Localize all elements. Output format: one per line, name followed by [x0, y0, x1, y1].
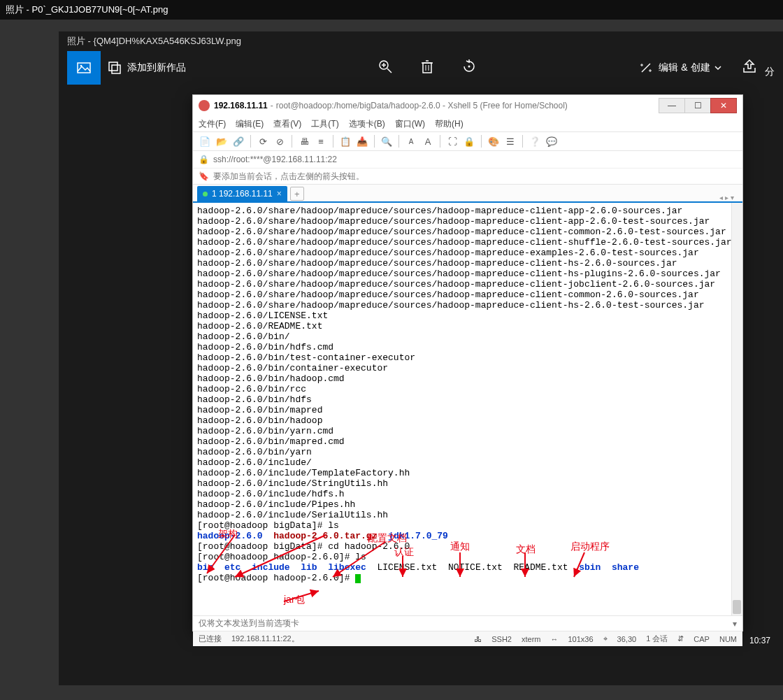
xshell-titlebar[interactable]: 192.168.11.11 - root@hoadoop:/home/bigDa… [193, 95, 742, 116]
address-text: ssh://root:****@192.168.11.11:22 [213, 155, 337, 164]
image-icon [76, 59, 92, 76]
status-term: xterm [522, 635, 541, 643]
inner-window-title: 照片 - {QM4]DH%KAX5A546KSJ63LW.png [67, 35, 241, 48]
send-bar-toggle-icon[interactable]: ▾ [733, 619, 737, 629]
delete-button[interactable] [419, 58, 436, 78]
tab-scroll-arrows[interactable]: ◂ ▸ ▾ [715, 194, 738, 201]
rotate-button[interactable] [461, 58, 477, 78]
quickconnect-hint-text: 要添加当前会话，点击左侧的箭头按钮。 [213, 171, 364, 183]
share-label: 分 [765, 66, 775, 77]
xshell-window: 192.168.11.11 - root@hoadoop:/home/bigDa… [192, 94, 743, 631]
status-pos-icon: ⌖ [603, 634, 608, 643]
inner-window-titlebar: 照片 - {QM4]DH%KAX5A546KSJ63LW.png [59, 31, 783, 51]
xshell-title-ip: 192.168.11.11 [214, 101, 268, 110]
font-inc-icon[interactable]: A [422, 135, 434, 148]
trash-icon [419, 58, 436, 75]
outer-window-title: 照片 - P0`_GKJ1JOB77UN9[~0[~AT.png [6, 3, 168, 16]
menu-tools[interactable]: 工具(T) [311, 118, 338, 130]
svg-point-13 [468, 66, 470, 68]
session-tab-1[interactable]: 1 192.168.11.11 × [197, 186, 287, 201]
fullscreen-icon[interactable]: ⛶ [446, 135, 459, 148]
svg-rect-2 [109, 62, 117, 71]
status-pos: 36,30 [617, 635, 637, 643]
connect-icon[interactable]: 🔗 [232, 135, 245, 148]
xshell-menubar: 文件(F) 编辑(E) 查看(V) 工具(T) 选项卡(B) 窗口(W) 帮助(… [193, 116, 742, 131]
status-conn: 已连接 [199, 634, 222, 644]
svg-line-5 [387, 69, 392, 73]
terminal-output: hadoop-2.6.0/share/hadoop/mapreduce/sour… [197, 206, 738, 583]
new-tab-button[interactable]: + [290, 187, 304, 201]
add-to-creation-button[interactable]: 添加到新作品 [101, 51, 192, 85]
find-icon[interactable]: 🔍 [380, 135, 393, 148]
new-session-icon[interactable]: 📄 [199, 135, 211, 148]
xshell-title-rest: - [271, 101, 273, 110]
status-size: 101x36 [568, 635, 594, 643]
magic-wand-icon [638, 59, 654, 76]
ssh-lock-icon: 🔒 [199, 155, 209, 164]
status-ssh-icon: 🖧 [474, 635, 482, 643]
annotation-jar: jar包 [284, 594, 305, 605]
session-tab-label: 1 192.168.11.11 [212, 189, 273, 199]
status-ssh: SSH2 [491, 635, 512, 643]
lock-icon[interactable]: 🔒 [463, 135, 475, 148]
svg-rect-3 [112, 65, 120, 73]
print-icon[interactable]: 🖶 [298, 135, 310, 148]
help-icon[interactable]: ❔ [529, 135, 541, 148]
xshell-app-icon [199, 100, 210, 111]
share-icon [741, 58, 758, 75]
add-to-creation-label: 添加到新作品 [127, 62, 186, 74]
maximize-button[interactable]: ☐ [684, 98, 711, 113]
magnifier-icon [377, 58, 394, 75]
send-bar[interactable]: 仅将文本发送到当前选项卡 ▾ [193, 615, 742, 631]
menu-help[interactable]: 帮助(H) [435, 118, 464, 130]
tab-close-icon[interactable]: × [277, 189, 282, 199]
share-button[interactable]: 分 [741, 58, 775, 78]
minimize-button[interactable]: — [659, 98, 685, 113]
rotate-icon [461, 58, 477, 75]
terminal-pane[interactable]: hadoop-2.6.0/share/hadoop/mapreduce/sour… [193, 203, 742, 615]
zoom-button[interactable] [377, 58, 394, 78]
bookmark-icon[interactable]: 🔖 [199, 171, 209, 181]
scrollbar-thumb[interactable] [733, 600, 741, 614]
open-icon[interactable]: 📂 [215, 135, 228, 148]
reconnect-icon[interactable]: ⟳ [257, 135, 269, 148]
view-photo-button[interactable] [67, 51, 101, 85]
svg-point-1 [80, 65, 82, 67]
status-scroll-icon: ⇵ [677, 634, 684, 643]
quickconnect-hint: 🔖 要添加当前会话，点击左侧的箭头按钮。 [193, 168, 742, 185]
menu-view[interactable]: 查看(V) [273, 118, 301, 130]
statusbar: 已连接 192.168.11.11:22。 🖧 SSH2 xterm ↔ 101… [193, 631, 742, 646]
disconnect-icon[interactable]: ⊘ [273, 135, 286, 148]
status-num: NUM [719, 635, 737, 643]
tab-status-dot-icon [203, 192, 208, 197]
menu-tab[interactable]: 选项卡(B) [349, 118, 385, 130]
status-cap: CAP [694, 635, 710, 643]
taskbar-clock: 10:37 [749, 636, 770, 645]
copy-icon[interactable]: 📋 [339, 135, 352, 148]
status-size-icon: ↔ [551, 635, 559, 643]
status-sess: 1 会话 [646, 634, 668, 644]
outer-window-titlebar: 照片 - P0`_GKJ1JOB77UN9[~0[~AT.png [0, 0, 783, 20]
session-tabbar: 1 192.168.11.11 × + ◂ ▸ ▾ [193, 185, 742, 203]
terminal-scrollbar[interactable] [731, 203, 742, 615]
xshell-title-path: root@hoadoop:/home/bigData/hadoop-2.6.0 … [276, 101, 568, 110]
edit-create-button[interactable]: 编辑 & 创建 [638, 59, 721, 76]
xshell-toolbar: 📄 📂 🔗 ⟳ ⊘ 🖶 ≡ 📋 📥 🔍 A A ⛶ 🔒 🎨 ☰ ❔ 💬 [193, 131, 742, 151]
edit-create-label: 编辑 & 创建 [659, 62, 710, 74]
menu-edit[interactable]: 编辑(E) [236, 118, 264, 130]
address-bar[interactable]: 🔒 ssh://root:****@192.168.11.11:22 [193, 151, 742, 168]
paste-icon[interactable]: 📥 [356, 135, 368, 148]
menu-file[interactable]: 文件(F) [199, 118, 226, 130]
add-to-icon [106, 59, 123, 76]
svg-line-26 [284, 591, 319, 601]
font-dec-icon[interactable]: A [405, 135, 417, 148]
tunnel-icon[interactable]: ☰ [504, 135, 517, 148]
close-button[interactable]: ✕ [710, 98, 737, 113]
menu-window[interactable]: 窗口(W) [395, 118, 425, 130]
color-icon[interactable]: 🎨 [487, 135, 500, 148]
properties-icon[interactable]: ≡ [315, 135, 327, 148]
status-host: 192.168.11.11:22。 [231, 634, 299, 644]
script-icon[interactable]: 💬 [545, 135, 558, 148]
send-bar-text: 仅将文本发送到当前选项卡 [199, 617, 299, 629]
chevron-down-icon [714, 64, 721, 71]
